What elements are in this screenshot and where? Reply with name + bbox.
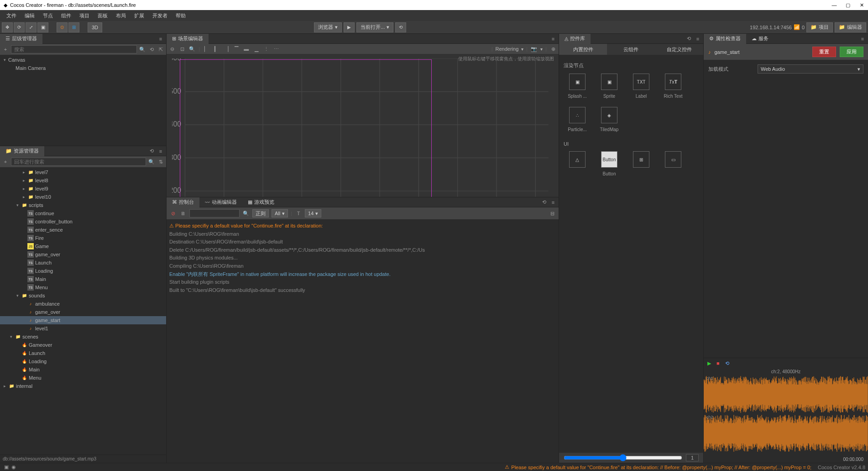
search-icon[interactable]: 🔍 <box>139 46 146 53</box>
asset-item[interactable]: ♪ambulance <box>0 300 166 308</box>
move-tool-button[interactable]: ✥ <box>2 22 13 32</box>
asset-item[interactable]: TSFire <box>0 234 166 242</box>
inspector-tab[interactable]: ⚙ 属性检查器 <box>704 34 746 44</box>
widget-item[interactable]: ∴Particle... <box>564 107 591 132</box>
menu-开发者[interactable]: 开发者 <box>149 11 171 21</box>
zoom-in-icon[interactable]: 🔍 <box>188 45 196 53</box>
widget-item[interactable]: TxTRich Text <box>659 74 687 99</box>
refresh-hierarchy-icon[interactable]: ⟲ <box>148 46 155 53</box>
menu-文件[interactable]: 文件 <box>3 11 20 21</box>
current-scene-dropdown[interactable]: 当前打开... ▾ <box>356 22 393 32</box>
console-filter-input[interactable] <box>189 209 240 217</box>
asset-item[interactable]: TSLoading <box>0 267 166 275</box>
view-icon[interactable]: ◉ <box>10 464 17 471</box>
widget-item[interactable]: ⊞ <box>627 151 655 176</box>
asset-item[interactable]: ▾📁scripts <box>0 201 166 209</box>
asset-item[interactable]: 🔥Loading <box>0 357 166 365</box>
regex-toggle[interactable]: 正则 <box>252 209 269 217</box>
asset-item[interactable]: 🔥Gameover <box>0 341 166 349</box>
align-center-icon[interactable]: ▎ <box>213 45 220 53</box>
asset-item[interactable]: TSLaunch <box>0 259 166 267</box>
align-middle-icon[interactable]: ▬ <box>243 45 250 53</box>
asset-item[interactable]: ▾📁sounds <box>0 291 166 300</box>
asset-item[interactable]: TScontroller_button <box>0 217 166 226</box>
asset-item[interactable]: TSenter_sence <box>0 226 166 234</box>
distribute-h-icon[interactable]: ⋮ <box>263 45 270 53</box>
align-right-icon[interactable]: ▕ <box>223 45 230 53</box>
hierarchy-tab[interactable]: ☰ 层级管理器 <box>0 34 42 44</box>
widget-category-tab[interactable]: 内置控件 <box>559 44 607 55</box>
asset-item[interactable]: 🔥Menu <box>0 374 166 382</box>
audio-loop-button[interactable]: ⟲ <box>725 360 729 366</box>
asset-item[interactable]: ▸📁level10 <box>0 193 166 201</box>
add-asset-button[interactable]: + <box>2 158 9 165</box>
panel-menu-icon[interactable]: ≡ <box>157 35 164 42</box>
gizmo-icon[interactable]: ⊕ <box>549 45 557 53</box>
scene-editor-tab[interactable]: ⊞ 场景编辑器 <box>167 34 209 44</box>
refresh-widgets-icon[interactable]: ⟲ <box>685 35 692 42</box>
font-size-dropdown[interactable]: 14 ▾ <box>305 209 321 217</box>
console-output[interactable]: ⚠ Please specifiy a default value for "C… <box>167 219 559 463</box>
apply-button[interactable]: 应用 <box>840 47 863 57</box>
scale-tool-button[interactable]: ⤢ <box>26 22 37 32</box>
search-icon[interactable]: 🔍 <box>148 158 155 165</box>
add-node-button[interactable]: + <box>2 46 9 53</box>
reset-button[interactable]: 重置 <box>812 47 836 57</box>
panel-menu-icon[interactable]: ≡ <box>549 35 557 42</box>
asset-item[interactable]: 🔥Main <box>0 365 166 374</box>
clear-console-button[interactable]: ⊘ <box>169 210 177 217</box>
panel-menu-icon[interactable]: ≡ <box>859 35 866 42</box>
window-minimize-button[interactable]: — <box>831 2 837 8</box>
assets-tab[interactable]: 📁 资源管理器 <box>0 146 44 156</box>
asset-item[interactable]: ▾📁scenes <box>0 333 166 341</box>
browser-dropdown[interactable]: 浏览器 ▾ <box>314 22 342 32</box>
collapse-all-icon[interactable]: ⇱ <box>157 46 164 53</box>
widget-category-tab[interactable]: 自定义控件 <box>655 44 703 55</box>
widget-category-tab[interactable]: 云组件 <box>607 44 655 55</box>
asset-item[interactable]: ▸📁level7 <box>0 168 166 176</box>
widget-library-tab[interactable]: ◬ 控件库 <box>559 34 591 44</box>
scene-canvas[interactable]: 使用鼠标右键平移视窗焦点，使用滚轮缩放视图 010020030040050060… <box>167 54 559 197</box>
play-button[interactable]: ▶ <box>344 22 355 32</box>
rect-tool-button[interactable]: ▣ <box>37 22 48 32</box>
widget-item[interactable]: ▭ <box>659 151 687 176</box>
asset-item[interactable]: ▸📁level9 <box>0 185 166 193</box>
widget-zoom-slider[interactable] <box>564 454 682 461</box>
asset-item[interactable]: ▸📁level8 <box>0 176 166 185</box>
asset-item[interactable]: ♪game_start <box>0 316 166 324</box>
service-tab[interactable]: ☁ 服务 <box>746 34 774 44</box>
menu-节点[interactable]: 节点 <box>39 11 57 21</box>
widget-item[interactable]: ButtonButton <box>596 151 623 176</box>
asset-item[interactable]: ♪level1 <box>0 324 166 333</box>
hierarchy-item[interactable]: Main Camera <box>0 64 166 72</box>
refresh-icon[interactable]: ⟲ <box>540 199 548 206</box>
panel-menu-icon[interactable]: ≡ <box>694 35 701 42</box>
console-toggle-icon[interactable]: ▣ <box>3 464 10 471</box>
widget-item[interactable]: ◈TiledMap <box>596 107 623 132</box>
assets-settings-icon[interactable]: ⟲ <box>148 148 155 155</box>
window-close-button[interactable]: ✕ <box>859 2 864 8</box>
asset-item[interactable]: JSGame <box>0 242 166 250</box>
menu-编辑[interactable]: 编辑 <box>21 11 38 21</box>
asset-item[interactable]: TSMain <box>0 275 166 283</box>
widget-item[interactable]: ▣Splash ... <box>564 74 591 99</box>
panel-menu-icon[interactable]: ≡ <box>549 199 557 206</box>
sort-icon[interactable]: ⇅ <box>157 158 164 165</box>
asset-item[interactable]: TSgame_over <box>0 250 166 259</box>
zoom-fit-icon[interactable]: ⊡ <box>178 45 186 53</box>
local-tool-button[interactable]: ⊞ <box>68 22 79 32</box>
audio-stop-button[interactable]: ■ <box>716 360 720 366</box>
refresh-preview-button[interactable]: ⟲ <box>395 22 406 32</box>
open-editor-button[interactable]: 📁 编辑器 <box>835 22 866 32</box>
console-tab[interactable]: 〰动画编辑器 <box>199 197 242 207</box>
audio-play-button[interactable]: ▶ <box>707 360 711 366</box>
menu-面板[interactable]: 面板 <box>94 11 111 21</box>
console-search-icon[interactable]: 🔍 <box>242 210 250 217</box>
asset-item[interactable]: 🔥Launch <box>0 349 166 357</box>
menu-扩展[interactable]: 扩展 <box>131 11 148 21</box>
hierarchy-search-input[interactable] <box>11 45 137 53</box>
widget-item[interactable]: ▣Sprite <box>596 74 623 99</box>
distribute-v-icon[interactable]: ⋯ <box>273 45 280 53</box>
hierarchy-item[interactable]: ▾ Canvas <box>0 56 166 64</box>
assets-search-input[interactable] <box>11 158 146 166</box>
